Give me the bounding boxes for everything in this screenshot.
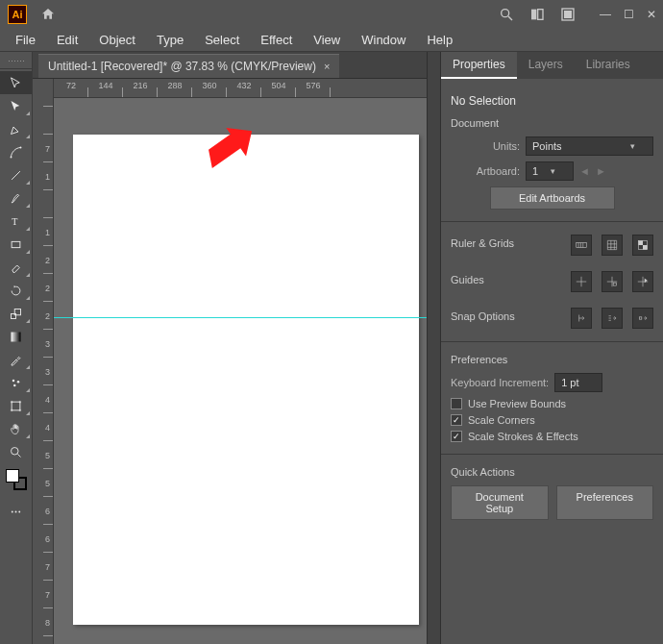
paintbrush-tool[interactable] <box>0 186 32 210</box>
menu-window[interactable]: Window <box>352 31 415 49</box>
snap-to-grid-icon[interactable] <box>602 308 623 329</box>
guides-visibility-icon[interactable] <box>571 271 592 292</box>
tab-properties[interactable]: Properties <box>441 52 517 79</box>
document-setup-button[interactable]: Document Setup <box>451 485 549 520</box>
fill-stroke-swatch[interactable] <box>6 469 27 490</box>
scale-tool[interactable] <box>0 302 32 325</box>
edit-toolbar-button[interactable] <box>0 500 32 523</box>
svg-rect-37 <box>640 317 642 319</box>
units-label: Units: <box>451 140 520 152</box>
gradient-tool[interactable] <box>0 325 32 348</box>
search-icon[interactable] <box>498 6 515 23</box>
svg-rect-3 <box>538 10 543 20</box>
document-tab-bar: Untitled-1 [Recovered]* @ 37.83 % (CMYK/… <box>33 52 427 79</box>
tab-libraries[interactable]: Libraries <box>575 52 642 79</box>
artboard-prev-icon[interactable]: ◄ <box>579 165 590 177</box>
direct-selection-tool[interactable] <box>0 94 32 117</box>
snap-to-pixel-icon[interactable] <box>632 308 653 329</box>
document-tab-label: Untitled-1 [Recovered]* @ 37.83 % (CMYK/… <box>48 60 316 73</box>
window-maximize-button[interactable]: ☐ <box>623 9 634 20</box>
menu-type[interactable]: Type <box>147 31 193 49</box>
type-tool[interactable]: T <box>0 210 32 233</box>
workspace-icon[interactable] <box>559 6 577 23</box>
document-section-label: Document <box>451 117 653 129</box>
tools-drag-handle[interactable]: ⋯⋯ <box>0 54 32 69</box>
artboard-tool[interactable] <box>0 394 32 417</box>
horizontal-ruler[interactable]: 72 144 216 288 360 432 504 576 <box>54 79 427 98</box>
guides-label: Guides <box>451 274 484 285</box>
use-preview-bounds-label: Use Preview Bounds <box>468 398 566 409</box>
scale-corners-checkbox[interactable] <box>451 414 462 426</box>
svg-rect-27 <box>638 240 643 245</box>
tab-layers[interactable]: Layers <box>517 52 575 79</box>
document-tab-close-icon[interactable]: × <box>324 61 330 72</box>
use-preview-bounds-checkbox[interactable] <box>451 398 462 409</box>
ruler-toggle-icon[interactable] <box>571 235 592 256</box>
svg-line-1 <box>508 16 512 20</box>
artboard-next-icon[interactable]: ► <box>596 165 606 177</box>
quick-actions-label: Quick Actions <box>451 466 653 478</box>
edit-artboards-button[interactable]: Edit Artboards <box>490 186 615 210</box>
svg-point-7 <box>20 146 22 148</box>
selection-tool[interactable] <box>0 71 32 94</box>
svg-rect-34 <box>613 283 617 285</box>
zoom-tool[interactable] <box>0 440 32 463</box>
snap-to-point-icon[interactable] <box>571 308 592 329</box>
hand-tool[interactable] <box>0 417 32 440</box>
svg-rect-28 <box>643 245 648 250</box>
menu-edit[interactable]: Edit <box>47 31 87 49</box>
menu-view[interactable]: View <box>304 31 350 49</box>
transparency-grid-icon[interactable] <box>632 235 653 256</box>
curvature-tool[interactable] <box>0 140 32 163</box>
rotate-tool[interactable] <box>0 279 32 302</box>
properties-panel: Properties Layers Libraries No Selection… <box>440 52 663 644</box>
window-minimize-button[interactable]: — <box>600 9 611 20</box>
units-select[interactable]: Points▾ <box>526 136 653 156</box>
panel-collapse-strip[interactable] <box>427 52 440 644</box>
rectangle-tool[interactable] <box>0 233 32 256</box>
menu-select[interactable]: Select <box>195 31 249 49</box>
document-area: Untitled-1 [Recovered]* @ 37.83 % (CMYK/… <box>33 52 427 644</box>
menu-object[interactable]: Object <box>89 31 145 49</box>
arrange-documents-icon[interactable] <box>528 6 546 23</box>
keyboard-increment-label: Keyboard Increment: <box>451 377 549 388</box>
eyedropper-tool[interactable] <box>0 348 32 371</box>
scale-strokes-checkbox[interactable] <box>451 431 462 442</box>
menu-effect[interactable]: Effect <box>251 31 302 49</box>
svg-point-0 <box>502 10 509 17</box>
guides-lock-icon[interactable] <box>602 271 623 292</box>
horizontal-guide[interactable] <box>54 317 427 318</box>
symbol-sprayer-tool[interactable] <box>0 371 32 394</box>
line-tool[interactable] <box>0 163 32 186</box>
document-tab[interactable]: Untitled-1 [Recovered]* @ 37.83 % (CMYK/… <box>38 54 339 78</box>
svg-rect-23 <box>577 243 587 248</box>
svg-point-21 <box>15 510 17 512</box>
artboard-select[interactable]: 1▾ <box>526 161 574 181</box>
canvas-viewport[interactable] <box>54 98 427 644</box>
svg-point-14 <box>12 379 15 382</box>
menu-help[interactable]: Help <box>417 31 462 49</box>
chevron-down-icon: ▾ <box>630 141 635 151</box>
window-close-button[interactable]: ✕ <box>646 9 657 20</box>
svg-point-22 <box>18 510 20 512</box>
vertical-ruler[interactable]: 7 1 1 2 2 2 3 3 4 4 5 5 6 6 7 7 8 <box>33 79 54 644</box>
home-icon[interactable] <box>40 7 56 22</box>
grid-toggle-icon[interactable] <box>602 235 623 256</box>
smart-guides-icon[interactable] <box>632 271 653 292</box>
preferences-section-label: Preferences <box>451 354 653 365</box>
pen-tool[interactable] <box>0 117 32 140</box>
svg-line-8 <box>12 171 20 180</box>
svg-rect-11 <box>12 313 16 318</box>
menu-file[interactable]: File <box>6 31 45 49</box>
svg-rect-10 <box>12 241 20 247</box>
eraser-tool[interactable] <box>0 256 32 279</box>
chevron-down-icon: ▾ <box>551 166 555 176</box>
snap-options-label: Snap Options <box>451 310 515 322</box>
ruler-grids-label: Ruler & Grids <box>451 237 514 249</box>
keyboard-increment-input[interactable]: 1 pt <box>554 373 602 392</box>
svg-point-6 <box>11 156 12 158</box>
preferences-button[interactable]: Preferences <box>556 485 654 520</box>
svg-point-20 <box>12 510 13 512</box>
svg-rect-17 <box>12 402 20 410</box>
artboard[interactable] <box>73 135 419 625</box>
